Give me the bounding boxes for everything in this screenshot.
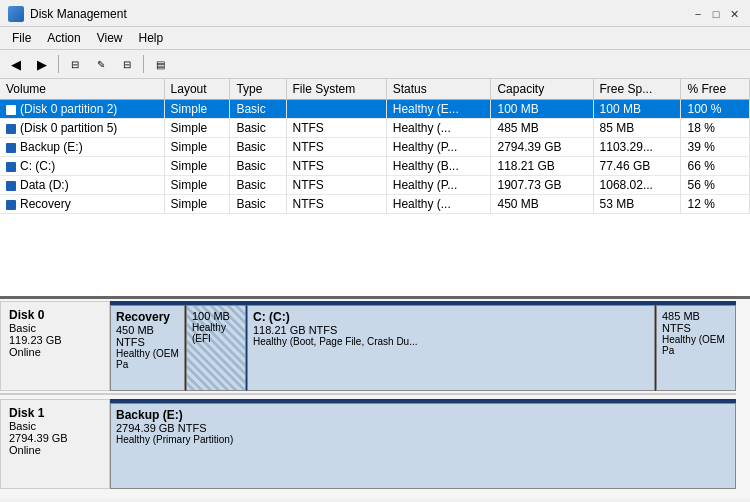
col-layout[interactable]: Layout [164, 79, 230, 100]
col-status[interactable]: Status [386, 79, 491, 100]
forward-button[interactable]: ▶ [30, 53, 54, 75]
col-volume[interactable]: Volume [0, 79, 164, 100]
efi-part-size: 100 MB [192, 310, 240, 322]
table-row[interactable]: (Disk 0 partition 2) Simple Basic Health… [0, 100, 750, 119]
cell-status: Healthy (E... [386, 100, 491, 119]
disk-area: Disk 0 Basic 119.23 GB Online Recovery 4… [0, 299, 750, 499]
main-content: Volume Layout Type File System Status Ca… [0, 79, 750, 499]
c-part-name: C: (C:) [253, 310, 649, 324]
cell-layout: Simple [164, 195, 230, 214]
col-freespace[interactable]: Free Sp... [593, 79, 681, 100]
cell-layout: Simple [164, 119, 230, 138]
cell-free: 77.46 GB [593, 157, 681, 176]
cell-fs: NTFS [286, 195, 386, 214]
toolbar-btn-5[interactable]: ⊟ [115, 53, 139, 75]
disk-0-type: Basic [9, 322, 101, 334]
backup-part-health: Healthy (Primary Partition) [116, 434, 730, 445]
table-row[interactable]: (Disk 0 partition 5) Simple Basic NTFS H… [0, 119, 750, 138]
cell-volume: Recovery [0, 195, 164, 214]
toolbar-btn-4[interactable]: ✎ [89, 53, 113, 75]
menu-bar: File Action View Help [0, 27, 750, 50]
col-filesystem[interactable]: File System [286, 79, 386, 100]
table-row[interactable]: Backup (E:) Simple Basic NTFS Healthy (P… [0, 138, 750, 157]
cell-fs: NTFS [286, 157, 386, 176]
disk-1-partition-backup[interactable]: Backup (E:) 2794.39 GB NTFS Healthy (Pri… [110, 403, 736, 489]
efi-part-health: Healthy (EFI [192, 322, 240, 344]
col-type[interactable]: Type [230, 79, 286, 100]
minimize-button[interactable]: − [690, 7, 706, 21]
cell-capacity: 118.21 GB [491, 157, 593, 176]
disk-separator [0, 393, 736, 395]
cell-status: Healthy (... [386, 195, 491, 214]
maximize-button[interactable]: □ [708, 7, 724, 21]
col-capacity[interactable]: Capacity [491, 79, 593, 100]
cell-type: Basic [230, 119, 286, 138]
disk-1-partitions: Backup (E:) 2794.39 GB NTFS Healthy (Pri… [110, 399, 736, 489]
cell-layout: Simple [164, 100, 230, 119]
title-bar: Disk Management − □ ✕ [0, 0, 750, 27]
disk-1-row: Disk 1 Basic 2794.39 GB Online Backup (E… [0, 399, 736, 489]
window-controls: − □ ✕ [690, 7, 742, 21]
cell-type: Basic [230, 157, 286, 176]
disk-0-name: Disk 0 [9, 308, 101, 322]
recovery-part-health: Healthy (OEM Pa [116, 348, 179, 370]
table-row[interactable]: Data (D:) Simple Basic NTFS Healthy (P..… [0, 176, 750, 195]
cell-volume: (Disk 0 partition 2) [0, 100, 164, 119]
menu-file[interactable]: File [4, 29, 39, 47]
close-button[interactable]: ✕ [726, 7, 742, 21]
cell-type: Basic [230, 195, 286, 214]
backup-part-size: 2794.39 GB NTFS [116, 422, 730, 434]
menu-help[interactable]: Help [131, 29, 172, 47]
cell-capacity: 450 MB [491, 195, 593, 214]
cell-status: Healthy (P... [386, 176, 491, 195]
cell-fs [286, 100, 386, 119]
cell-volume: Backup (E:) [0, 138, 164, 157]
disk-0-size: 119.23 GB [9, 334, 101, 346]
cell-type: Basic [230, 100, 286, 119]
cell-status: Healthy (B... [386, 157, 491, 176]
disk-0-partitions: Recovery 450 MB NTFS Healthy (OEM Pa 100… [110, 301, 736, 391]
c-part-size: 118.21 GB NTFS [253, 324, 649, 336]
cell-capacity: 100 MB [491, 100, 593, 119]
disk-0-partition-recovery[interactable]: Recovery 450 MB NTFS Healthy (OEM Pa [110, 305, 185, 391]
cell-fs: NTFS [286, 138, 386, 157]
disk-0-partition-oem[interactable]: 485 MB NTFS Healthy (OEM Pa [656, 305, 736, 391]
oem-part-health: Healthy (OEM Pa [662, 334, 730, 356]
table-row[interactable]: Recovery Simple Basic NTFS Healthy (... … [0, 195, 750, 214]
toolbar-separator-2 [143, 55, 144, 73]
cell-status: Healthy (P... [386, 138, 491, 157]
disk-0-label: Disk 0 Basic 119.23 GB Online [0, 301, 110, 391]
recovery-part-name: Recovery [116, 310, 179, 324]
disk-0-row: Disk 0 Basic 119.23 GB Online Recovery 4… [0, 301, 736, 391]
disk-0-partition-efi[interactable]: 100 MB Healthy (EFI [186, 305, 246, 391]
cell-free: 1103.29... [593, 138, 681, 157]
cell-pct: 39 % [681, 138, 750, 157]
cell-capacity: 485 MB [491, 119, 593, 138]
app-icon [8, 6, 24, 22]
recovery-part-size: 450 MB NTFS [116, 324, 179, 348]
oem-part-size: 485 MB NTFS [662, 310, 730, 334]
volume-table: Volume Layout Type File System Status Ca… [0, 79, 750, 214]
backup-part-name: Backup (E:) [116, 408, 730, 422]
table-row[interactable]: C: (C:) Simple Basic NTFS Healthy (B... … [0, 157, 750, 176]
cell-fs: NTFS [286, 119, 386, 138]
col-pctfree[interactable]: % Free [681, 79, 750, 100]
cell-volume: C: (C:) [0, 157, 164, 176]
menu-action[interactable]: Action [39, 29, 88, 47]
toolbar-btn-6[interactable]: ▤ [148, 53, 172, 75]
window-title: Disk Management [30, 7, 127, 21]
menu-view[interactable]: View [89, 29, 131, 47]
back-button[interactable]: ◀ [4, 53, 28, 75]
cell-free: 100 MB [593, 100, 681, 119]
toolbar-btn-3[interactable]: ⊟ [63, 53, 87, 75]
cell-pct: 56 % [681, 176, 750, 195]
cell-layout: Simple [164, 157, 230, 176]
cell-pct: 66 % [681, 157, 750, 176]
volume-table-area: Volume Layout Type File System Status Ca… [0, 79, 750, 299]
cell-status: Healthy (... [386, 119, 491, 138]
title-bar-left: Disk Management [8, 6, 127, 22]
disk-1-size: 2794.39 GB [9, 432, 101, 444]
disk-0-partition-c[interactable]: C: (C:) 118.21 GB NTFS Healthy (Boot, Pa… [247, 305, 655, 391]
table-header-row: Volume Layout Type File System Status Ca… [0, 79, 750, 100]
cell-free: 1068.02... [593, 176, 681, 195]
